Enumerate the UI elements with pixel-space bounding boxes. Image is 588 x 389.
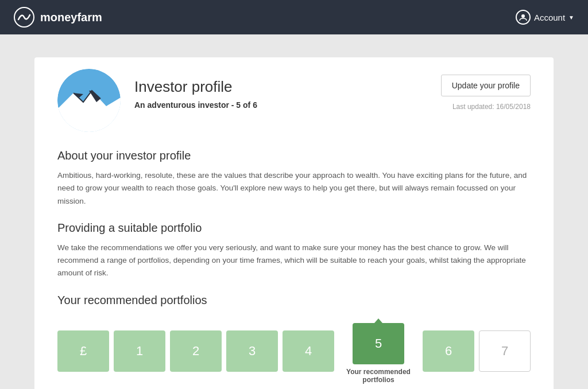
portfolio-col-7: 7 (479, 330, 531, 372)
user-icon (519, 13, 527, 21)
about-body: Ambitious, hard-working, resolute, these… (57, 169, 531, 208)
navbar: moneyfarm Account ▼ (0, 0, 588, 34)
portfolio-item-£[interactable]: £ (57, 330, 109, 372)
portfolio-body: We take the recommendations we offer you… (57, 242, 531, 280)
portfolio-heading: Providing a suitable portfolio (57, 221, 531, 235)
portfolio-item-7[interactable]: 7 (479, 330, 531, 372)
svg-point-1 (521, 14, 525, 18)
portfolio-col-6: 6 (423, 330, 474, 372)
brand: moneyfarm (14, 7, 102, 28)
account-icon (516, 10, 531, 25)
logo-icon (14, 7, 34, 28)
portfolio-col-3: 3 (226, 330, 278, 372)
portfolio-item-6[interactable]: 6 (423, 330, 474, 372)
portfolio-col-1: 1 (114, 330, 165, 372)
portfolios-row: £12345Your recommended portfolios67 (57, 318, 531, 384)
profile-card: Investor profile An adventurous investor… (34, 57, 554, 389)
recommended-heading: Your recommended portfolios (57, 294, 531, 307)
update-profile-button[interactable]: Update your profile (441, 75, 531, 96)
portfolio-item-1[interactable]: 1 (114, 330, 165, 372)
avatar (57, 69, 121, 132)
avatar-image (57, 69, 121, 132)
brand-name: moneyfarm (40, 11, 102, 24)
profile-actions: Update your profile Last updated: 16/05/… (441, 75, 531, 111)
portfolio-item-4[interactable]: 4 (283, 330, 334, 372)
last-updated-label: Last updated: 16/05/2018 (452, 103, 531, 111)
profile-header: Investor profile An adventurous investor… (57, 75, 531, 132)
account-menu[interactable]: Account ▼ (516, 10, 574, 25)
portfolio-col-2: 2 (170, 330, 222, 372)
portfolio-col-4: 4 (283, 330, 334, 372)
portfolio-col-5: 5Your recommended portfolios (339, 318, 418, 384)
portfolio-item-5[interactable]: 5 (353, 323, 404, 364)
portfolio-col-0: £ (57, 330, 109, 372)
portfolio-item-2[interactable]: 2 (170, 330, 222, 372)
portfolio-item-3[interactable]: 3 (226, 330, 278, 372)
chevron-down-icon: ▼ (568, 14, 574, 21)
account-label: Account (534, 13, 565, 22)
recommended-label: Your recommended portfolios (339, 368, 418, 384)
about-heading: About your investor profile (57, 149, 531, 162)
main-content: Investor profile An adventurous investor… (0, 34, 588, 389)
active-arrow (374, 318, 382, 323)
